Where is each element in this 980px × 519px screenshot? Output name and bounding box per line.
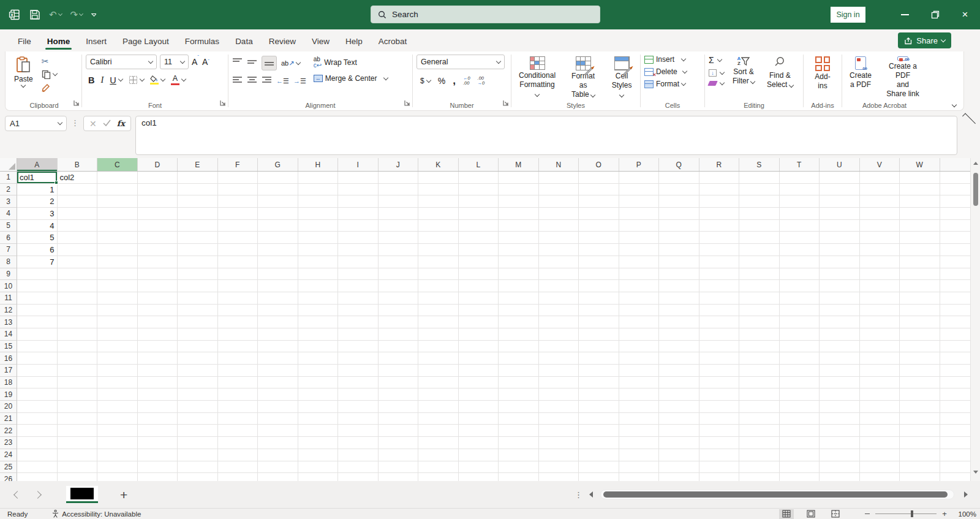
cell-P13[interactable] <box>619 316 660 328</box>
cell-A20[interactable] <box>17 401 58 413</box>
cell-A18[interactable] <box>17 377 58 389</box>
cell-D18[interactable] <box>138 377 178 389</box>
cell-D2[interactable] <box>138 184 178 196</box>
cell-S15[interactable] <box>739 341 780 353</box>
sort-filter-button[interactable]: AZ Sort &Filter <box>729 55 758 100</box>
cell-O23[interactable] <box>579 437 619 449</box>
cell-R4[interactable] <box>699 208 740 220</box>
cell-S23[interactable] <box>739 437 780 449</box>
cell-T21[interactable] <box>780 413 820 425</box>
column-header-J[interactable]: J <box>379 158 419 171</box>
orientation-button[interactable]: ab↗ <box>281 59 300 67</box>
cell-P24[interactable] <box>619 449 660 461</box>
cell-J8[interactable] <box>379 256 419 268</box>
cell-T8[interactable] <box>780 256 820 268</box>
cell-B19[interactable] <box>58 388 98 401</box>
cell-L25[interactable] <box>459 461 499 474</box>
cell-G14[interactable] <box>258 328 298 341</box>
cell-U4[interactable] <box>820 208 860 220</box>
sheet-tab[interactable] <box>66 486 98 503</box>
cell-I8[interactable] <box>338 256 379 268</box>
cell-S22[interactable] <box>739 425 780 437</box>
cell-I2[interactable] <box>338 184 379 196</box>
cell-W1[interactable] <box>900 172 940 184</box>
tab-home[interactable]: Home <box>39 32 78 51</box>
cell-G3[interactable] <box>258 195 298 208</box>
column-header-W[interactable]: W <box>900 158 940 171</box>
cell-R18[interactable] <box>699 377 740 389</box>
cell-S10[interactable] <box>739 280 780 292</box>
cell-W19[interactable] <box>900 388 940 401</box>
cell-M15[interactable] <box>499 341 539 353</box>
cell-S6[interactable] <box>739 232 780 244</box>
cell-O5[interactable] <box>579 220 619 232</box>
cell-L22[interactable] <box>459 425 499 437</box>
cell-I1[interactable] <box>338 172 379 184</box>
cell-P2[interactable] <box>619 184 660 196</box>
cell-I6[interactable] <box>338 232 379 244</box>
cell-A7[interactable]: 6 <box>17 244 58 256</box>
cell-Q2[interactable] <box>659 184 699 196</box>
row-header-12[interactable]: 12 <box>0 305 17 317</box>
cell-D6[interactable] <box>138 232 178 244</box>
cell-R2[interactable] <box>699 184 740 196</box>
zoom-slider[interactable] <box>875 513 937 515</box>
cell-B22[interactable] <box>58 425 98 437</box>
cell-S5[interactable] <box>739 220 780 232</box>
cell-B6[interactable] <box>58 232 98 244</box>
cell-Q6[interactable] <box>659 232 699 244</box>
cell-Q26[interactable] <box>659 473 699 481</box>
horizontal-scroll-thumb[interactable] <box>603 491 948 498</box>
cell-G24[interactable] <box>258 449 298 461</box>
cell-H6[interactable] <box>298 232 339 244</box>
cell-Q17[interactable] <box>659 365 699 377</box>
merge-center-button[interactable]: ↔ Merge & Center <box>314 74 388 83</box>
column-header-P[interactable]: P <box>619 158 660 171</box>
cell-L19[interactable] <box>459 388 499 401</box>
cell-A9[interactable] <box>17 268 58 281</box>
cell-W3[interactable] <box>900 195 940 208</box>
cell-Q20[interactable] <box>659 401 699 413</box>
cell-T14[interactable] <box>780 328 820 341</box>
cell-D7[interactable] <box>138 244 178 256</box>
conditional-formatting-button[interactable]: ConditionalFormatting <box>515 55 559 100</box>
cell-A22[interactable] <box>17 425 58 437</box>
cell-O24[interactable] <box>579 449 619 461</box>
cell-U11[interactable] <box>820 292 860 305</box>
cell-O9[interactable] <box>579 268 619 281</box>
column-header-U[interactable]: U <box>820 158 860 171</box>
row-header-2[interactable]: 2 <box>0 184 17 196</box>
cell-J7[interactable] <box>379 244 419 256</box>
cell-G21[interactable] <box>258 413 298 425</box>
cell-C6[interactable] <box>97 232 138 244</box>
select-all-button[interactable] <box>0 158 17 171</box>
cell-S20[interactable] <box>739 401 780 413</box>
cell-V2[interactable] <box>860 184 900 196</box>
vertical-scrollbar[interactable] <box>970 158 980 481</box>
cell-Q1[interactable] <box>659 172 699 184</box>
cell-G1[interactable] <box>258 172 298 184</box>
cell-N24[interactable] <box>539 449 579 461</box>
cell-L5[interactable] <box>459 220 499 232</box>
cell-A23[interactable] <box>17 437 58 449</box>
cell-C20[interactable] <box>97 401 138 413</box>
cell-B21[interactable] <box>58 413 98 425</box>
cell-V24[interactable] <box>860 449 900 461</box>
row-header-4[interactable]: 4 <box>0 208 17 220</box>
cell-O18[interactable] <box>579 377 619 389</box>
cell-Q24[interactable] <box>659 449 699 461</box>
cell-A24[interactable] <box>17 449 58 461</box>
cell-Q8[interactable] <box>659 256 699 268</box>
cell-D8[interactable] <box>138 256 178 268</box>
cell-M1[interactable] <box>499 172 539 184</box>
cell-R19[interactable] <box>699 388 740 401</box>
restore-button[interactable] <box>920 0 950 29</box>
cell-N9[interactable] <box>539 268 579 281</box>
cell-N5[interactable] <box>539 220 579 232</box>
cell-J26[interactable] <box>379 473 419 481</box>
tab-data[interactable]: Data <box>227 32 261 51</box>
cell-R26[interactable] <box>699 473 740 481</box>
cell-B20[interactable] <box>58 401 98 413</box>
column-header-I[interactable]: I <box>338 158 379 171</box>
cell-Q4[interactable] <box>659 208 699 220</box>
